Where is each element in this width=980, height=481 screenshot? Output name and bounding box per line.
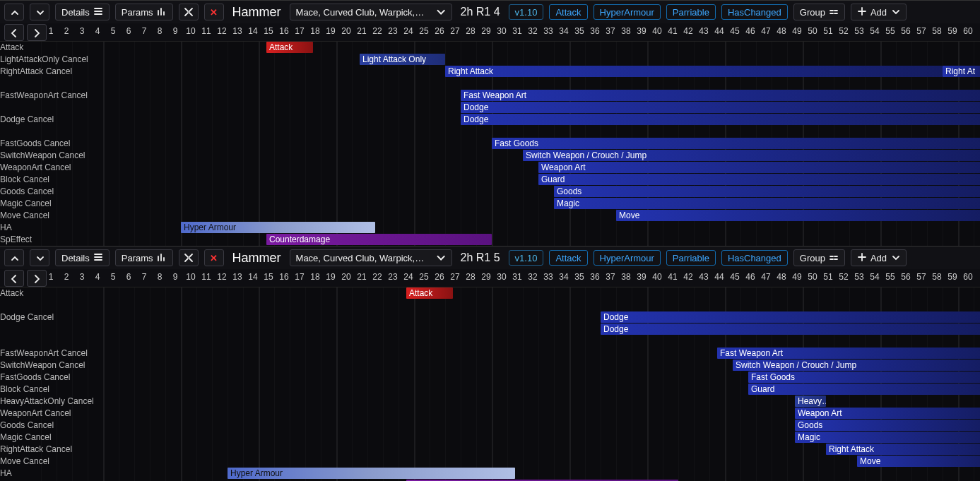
add-button[interactable]: Add — [851, 249, 907, 266]
scroll-left-button[interactable] — [4, 270, 24, 287]
tag-parriable[interactable]: Parriable — [666, 4, 716, 20]
timeline-bar[interactable]: Guard — [538, 174, 980, 185]
timeline-bar[interactable]: Right At — [943, 66, 980, 77]
scroll-right-button[interactable] — [27, 270, 47, 287]
weapons-dropdown[interactable]: Mace, Curved Club, Warpick, Va… — [290, 249, 452, 266]
timeline-bar[interactable]: Right Attack — [445, 66, 943, 77]
timeline-row: HeavyAttackOnly Cancel Heavy… — [0, 396, 980, 408]
timeline-bar[interactable]: Goods — [795, 420, 980, 431]
timeline-bar[interactable]: Switch Weapon / Crouch / Jump — [733, 360, 980, 371]
timeline-bar[interactable]: Move — [857, 456, 980, 467]
ruler-tick: 53 — [854, 26, 863, 36]
ruler-tick: 31 — [512, 272, 521, 282]
details-button[interactable]: Details — [55, 249, 110, 266]
scroll-left-button[interactable] — [4, 24, 24, 41]
attack-name: 2h R1 4 — [458, 6, 503, 18]
ruler-tick: 25 — [419, 272, 428, 282]
add-button[interactable]: Add — [851, 4, 907, 20]
version-tag[interactable]: v1.10 — [509, 250, 544, 266]
group-icon — [829, 252, 839, 264]
timeline-bar[interactable]: Weapon Art — [795, 408, 980, 419]
row-label: SwitchWeapon Cancel — [0, 150, 85, 162]
timeline-bar[interactable]: Attack — [266, 42, 313, 53]
ruler-tick: 57 — [916, 26, 926, 36]
timeline-bar[interactable]: Dodge — [601, 311, 980, 323]
ruler-tick: 50 — [808, 272, 817, 282]
timeline-bar[interactable]: Hyper Armour — [181, 222, 375, 233]
timeline-bar[interactable]: Fast Goods — [492, 138, 980, 149]
version-tag[interactable]: v1.10 — [509, 4, 544, 20]
group-button[interactable]: Group — [793, 4, 845, 20]
ruler-tick: 11 — [201, 272, 211, 282]
timeline-bar[interactable]: Hyper Armour — [228, 468, 515, 479]
tag-hyperarmour[interactable]: HyperArmour — [594, 250, 661, 266]
timeline-row: Dodge Cancel DodgeDodge — [0, 311, 980, 335]
tag-haschanged[interactable]: HasChanged — [721, 250, 788, 266]
ruler-tick: 25 — [419, 26, 428, 36]
close-button[interactable]: ✕ — [204, 4, 224, 20]
timeline-bar[interactable]: Counterdamage — [266, 234, 492, 245]
ruler-tick: 11 — [201, 26, 211, 36]
ruler-tick: 37 — [606, 272, 615, 282]
timeline-bar[interactable]: Magic — [795, 432, 980, 443]
move-up-button[interactable] — [4, 4, 24, 20]
ruler-tick: 29 — [481, 272, 490, 282]
ruler-tick: 6 — [126, 272, 131, 282]
weapons-dropdown[interactable]: Mace, Curved Club, Warpick, M… — [290, 4, 452, 20]
move-down-button[interactable] — [30, 249, 49, 266]
add-label: Add — [870, 7, 887, 18]
timeline-bar[interactable]: Fast Weapon Art — [461, 90, 980, 101]
timeline[interactable]: Attack Attack Dodge Cancel DodgeDodge Fa… — [0, 287, 980, 481]
collapse-button[interactable] — [179, 4, 199, 20]
timeline-bar[interactable]: Guard — [748, 384, 980, 395]
timeline-bar[interactable]: Switch Weapon / Crouch / Jump — [523, 150, 980, 161]
timeline-bar[interactable]: Right Attack — [826, 444, 980, 455]
ruler-tick: 49 — [792, 272, 801, 282]
timeline-bar[interactable]: Light Attack Only — [360, 54, 445, 65]
timeline-bar[interactable]: Dodge — [461, 114, 980, 125]
tag-attack[interactable]: Attack — [549, 250, 587, 266]
timeline-bar[interactable]: Attack — [406, 287, 453, 299]
timeline-bar[interactable]: Fast Goods — [748, 372, 980, 383]
collapse-button[interactable] — [179, 249, 199, 266]
close-button[interactable]: ✕ — [204, 249, 224, 266]
chart-icon — [157, 252, 167, 264]
group-icon — [829, 6, 839, 18]
timeline-bar[interactable]: Heavy… — [795, 396, 826, 407]
timeline-bar[interactable]: Goods — [554, 186, 980, 197]
timeline-bar[interactable]: Move — [616, 210, 980, 221]
chevron-down-icon — [435, 6, 446, 19]
ruler-tick: 12 — [217, 272, 226, 282]
tag-attack[interactable]: Attack — [549, 4, 587, 20]
tag-parriable[interactable]: Parriable — [666, 250, 716, 266]
params-button[interactable]: Params — [115, 4, 173, 20]
plus-icon — [857, 6, 867, 18]
timeline-bar[interactable]: Magic — [554, 198, 980, 209]
timeline-bar[interactable]: Dodge — [461, 102, 980, 113]
scroll-right-button[interactable] — [27, 24, 47, 41]
timeline-bar[interactable]: Dodge — [601, 323, 980, 335]
ruler-tick: 50 — [808, 26, 817, 36]
ruler-tick: 10 — [186, 272, 195, 282]
list-icon — [93, 6, 103, 18]
timeline-row: Attack Attack — [0, 287, 980, 299]
move-up-button[interactable] — [4, 249, 24, 266]
timeline-row: Dodge Cancel Dodge — [0, 114, 980, 126]
group-button[interactable]: Group — [793, 249, 845, 266]
timeline-row — [0, 299, 980, 311]
move-down-button[interactable] — [30, 4, 49, 20]
timeline-row: FastWeaponArt Cancel Fast Weapon Art — [0, 348, 980, 360]
row-label: RightAttack Cancel — [0, 66, 72, 78]
ruler-tick: 59 — [947, 272, 957, 282]
ruler-tick: 42 — [683, 26, 692, 36]
timeline-bar[interactable]: Weapon Art — [538, 162, 980, 173]
params-button[interactable]: Params — [115, 249, 173, 266]
row-label: SwitchWeapon Cancel — [0, 360, 85, 372]
details-button[interactable]: Details — [55, 4, 110, 20]
tag-haschanged[interactable]: HasChanged — [721, 4, 788, 20]
tag-hyperarmour[interactable]: HyperArmour — [594, 4, 661, 20]
ruler-tick: 4 — [95, 272, 100, 282]
timeline-bar[interactable]: Fast Weapon Art — [717, 348, 980, 359]
details-label: Details — [61, 253, 90, 263]
timeline[interactable]: Attack Attack LightAttackOnly Cancel Lig… — [0, 42, 980, 246]
